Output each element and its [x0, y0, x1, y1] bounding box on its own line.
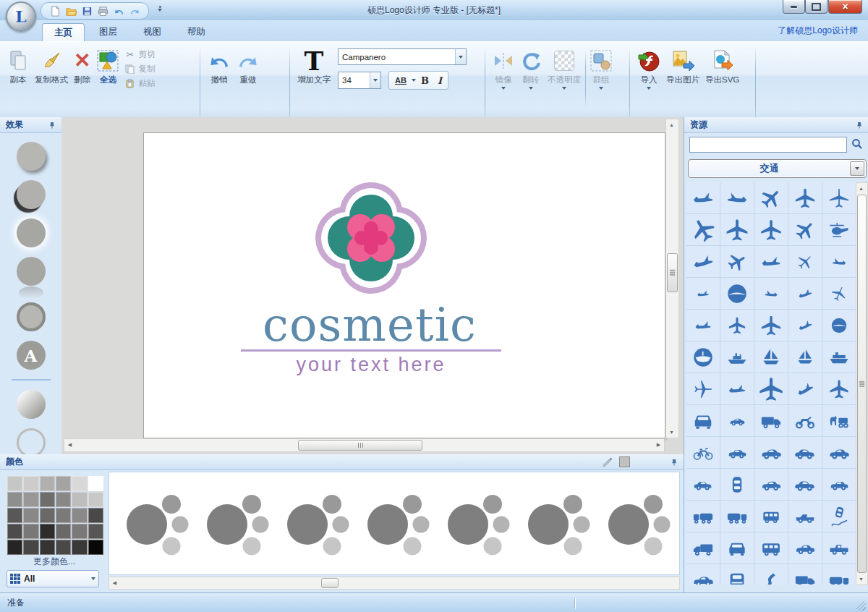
color-swatch[interactable]	[7, 524, 22, 539]
resource-planeSide-icon[interactable]	[788, 278, 822, 309]
resource-carSide-icon[interactable]	[686, 469, 720, 500]
effect-letter-a[interactable]: A	[17, 341, 46, 370]
paw-pattern-item[interactable]	[607, 480, 679, 568]
paw-pattern-item[interactable]	[446, 480, 519, 568]
resource-planeSide-icon[interactable]	[686, 182, 720, 213]
color-swatch[interactable]	[56, 524, 71, 539]
undo-button[interactable]: 撤销	[205, 46, 234, 88]
minimize-button[interactable]	[783, 0, 805, 14]
group-button[interactable]: 群组	[587, 46, 615, 93]
search-icon[interactable]	[851, 138, 863, 150]
category-dropdown-icon[interactable]	[850, 161, 864, 176]
resource-boxTruck-icon[interactable]	[686, 532, 720, 564]
effect-hard-shadow[interactable]	[17, 180, 46, 209]
resource-ship-icon[interactable]	[720, 341, 754, 373]
format-painter-button[interactable]: 复制格式	[32, 46, 71, 88]
tab-帮助[interactable]: 帮助	[176, 23, 217, 41]
resource-planeSide-icon[interactable]	[720, 182, 754, 213]
flip-dropdown-icon[interactable]	[529, 87, 533, 90]
font-size-select[interactable]: 34	[338, 72, 381, 89]
resource-planeTop-icon[interactable]	[822, 373, 856, 404]
resource-boxTruck-icon[interactable]	[754, 405, 788, 436]
resource-carSide-icon[interactable]	[686, 564, 720, 585]
underline-button[interactable]: AB	[391, 75, 410, 85]
resource-carSide-icon[interactable]	[822, 437, 856, 468]
resource-planeSide-icon[interactable]	[686, 278, 720, 309]
pattern-preview-strip[interactable]	[109, 472, 680, 575]
resource-minibus-icon[interactable]	[754, 501, 788, 532]
resource-planeTop-icon[interactable]	[754, 373, 788, 404]
resource-carSide-icon[interactable]	[788, 437, 822, 468]
underline-dropdown-icon[interactable]	[412, 79, 416, 82]
resource-carTop-icon[interactable]	[720, 469, 754, 500]
resource-sailboat-icon[interactable]	[788, 341, 822, 373]
tab-图层[interactable]: 图层	[88, 23, 129, 41]
resource-planeTop-icon[interactable]	[720, 310, 754, 341]
color-swatch[interactable]	[56, 508, 71, 523]
font-name-dropdown-icon[interactable]	[455, 49, 466, 64]
duplicate-button[interactable]: 副本	[4, 46, 32, 88]
resources-scrollbar[interactable]: ▲ ▼	[856, 182, 868, 585]
resource-planeSide-icon[interactable]	[754, 278, 788, 309]
bold-button[interactable]: B	[417, 75, 433, 87]
color-swatch[interactable]	[7, 476, 22, 491]
group-dropdown-icon[interactable]	[599, 87, 603, 90]
learn-link[interactable]: 了解硕思Logo设计师	[778, 25, 858, 37]
export-image-button[interactable]: 导出图片	[663, 46, 702, 88]
italic-button[interactable]: I	[434, 75, 446, 87]
resource-boxTruck-icon[interactable]	[788, 564, 822, 585]
resource-planeThin-icon[interactable]	[822, 278, 856, 309]
color-swatch[interactable]	[72, 492, 87, 507]
opacity-button[interactable]: 不透明度	[545, 46, 584, 93]
category-select[interactable]: 交通	[688, 159, 867, 178]
color-swatch[interactable]	[40, 524, 55, 539]
opacity-dropdown-icon[interactable]	[562, 87, 566, 90]
effect-ring[interactable]	[17, 302, 46, 331]
resource-trailer-icon[interactable]	[822, 564, 856, 585]
import-dropdown-icon[interactable]	[647, 87, 651, 90]
resource-carSide-icon[interactable]	[754, 469, 788, 500]
cut-button[interactable]: ✂剪切	[122, 48, 157, 61]
effect-glow[interactable]	[17, 218, 46, 247]
canvas-horizontal-scrollbar[interactable]: ◀ ▶	[64, 438, 665, 452]
resource-planeThin-icon[interactable]	[788, 246, 822, 277]
resource-planeSide-icon[interactable]	[754, 246, 788, 277]
resource-carFront-icon[interactable]	[720, 532, 754, 564]
resource-carriage-icon[interactable]	[822, 405, 856, 436]
effect-drop-shadow[interactable]	[17, 142, 46, 171]
resource-planeSide-icon[interactable]	[720, 373, 754, 404]
flip-button[interactable]: 翻转	[517, 46, 545, 93]
scroll-right-icon[interactable]: ▶	[653, 439, 664, 450]
import-button[interactable]: 导入	[634, 46, 663, 93]
font-name-select[interactable]: Campanero	[338, 48, 467, 65]
resource-moto-icon[interactable]	[788, 405, 822, 436]
paw-pattern-item[interactable]	[205, 480, 278, 568]
color-swatch[interactable]	[88, 476, 103, 491]
resource-planeTop-icon[interactable]	[754, 310, 788, 341]
resource-planeSide-icon[interactable]	[788, 373, 822, 404]
resource-planeSide-icon[interactable]	[822, 246, 856, 277]
resource-carSide-icon[interactable]	[720, 437, 754, 468]
scroll-down-icon[interactable]: ▼	[666, 427, 677, 438]
cosmetic-logo[interactable]: cosmetic your text here	[239, 182, 503, 377]
color-swatch[interactable]	[88, 492, 103, 507]
pin-icon[interactable]	[48, 122, 56, 129]
canvas-vertical-scrollbar[interactable]: ▲ ▼	[665, 119, 679, 438]
resource-planeTop-icon[interactable]	[686, 214, 720, 245]
delete-button[interactable]: ✕ 删除	[71, 46, 93, 88]
color-swatch[interactable]	[72, 508, 87, 523]
eyedropper-icon[interactable]	[602, 456, 613, 468]
resource-carSide-icon[interactable]	[788, 532, 822, 564]
paw-pattern-item[interactable]	[286, 480, 358, 568]
scroll-down-icon[interactable]: ▼	[856, 574, 867, 585]
export-svg-button[interactable]: 导出SVG	[702, 46, 742, 88]
resource-carSide-icon[interactable]	[720, 405, 754, 436]
resource-carSide-icon[interactable]	[822, 469, 856, 500]
resource-planeSide-icon[interactable]	[686, 310, 720, 341]
color-swatch[interactable]	[23, 524, 38, 539]
resource-planeTop-icon[interactable]	[720, 246, 754, 277]
pin-icon[interactable]	[671, 459, 678, 466]
color-swatch[interactable]	[23, 492, 38, 507]
canvas-hscroll-thumb[interactable]	[298, 440, 422, 451]
color-swatch[interactable]	[40, 508, 55, 523]
